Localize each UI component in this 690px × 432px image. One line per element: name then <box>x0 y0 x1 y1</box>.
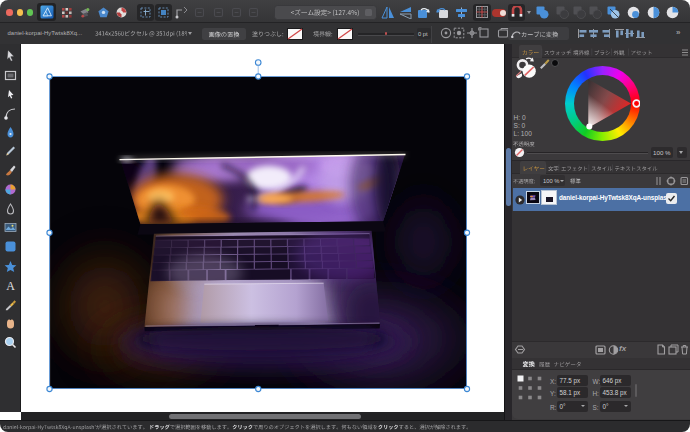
svg-text:A: A <box>6 279 15 292</box>
svg-text:L: 100: L: 100 <box>514 130 533 137</box>
svg-text:H: 0: H: 0 <box>514 114 526 121</box>
svg-text:S: 0: S: 0 <box>514 122 526 129</box>
